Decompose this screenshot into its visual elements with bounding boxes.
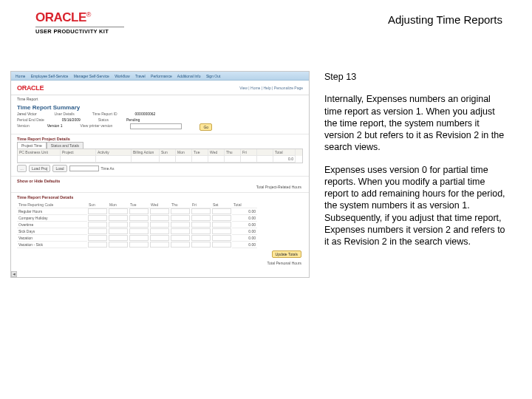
col: Sat xyxy=(211,202,232,208)
doc-title: Adjusting Time Reports xyxy=(388,13,502,26)
tabs: Project Time Status and Totals xyxy=(11,142,309,149)
cell[interactable] xyxy=(171,215,190,221)
cell[interactable] xyxy=(191,228,211,234)
cell[interactable] xyxy=(18,156,61,163)
time-as-select[interactable] xyxy=(69,166,99,171)
cell[interactable] xyxy=(150,242,169,248)
cell[interactable] xyxy=(191,215,211,221)
date-value: 05/16/2009 xyxy=(62,117,81,122)
col: Tue xyxy=(129,202,149,208)
go-button[interactable]: Go xyxy=(200,123,212,131)
trc: Company Holiday xyxy=(17,215,87,222)
body-p1: Internally, Expenses numbers an original… xyxy=(324,93,510,153)
logo-subtext: USER PRODUCTIVITY KIT xyxy=(35,28,124,35)
cell[interactable] xyxy=(191,235,211,241)
summary-title: Time Report Summary xyxy=(11,103,309,111)
cell[interactable] xyxy=(150,228,169,234)
view-select[interactable] xyxy=(130,123,182,129)
cell[interactable] xyxy=(150,215,169,221)
cell[interactable] xyxy=(129,222,149,228)
cell[interactable] xyxy=(176,156,192,163)
logo-rule xyxy=(35,27,124,27)
cell[interactable] xyxy=(109,215,128,221)
btn-ellipsis[interactable]: … xyxy=(17,165,27,172)
cell[interactable] xyxy=(129,235,149,241)
col: Sun xyxy=(160,149,176,156)
cell[interactable] xyxy=(191,242,211,248)
cell[interactable] xyxy=(88,215,107,221)
tab-project-time[interactable]: Project Time xyxy=(17,142,47,149)
cell[interactable] xyxy=(129,228,149,234)
btn-loadproj[interactable]: Load Proj xyxy=(29,165,50,172)
trc: Vacation - Sick xyxy=(17,242,87,248)
col: Mon xyxy=(108,202,129,208)
cell[interactable] xyxy=(150,235,169,241)
version-row: Version Version 1 View printer version G… xyxy=(11,123,309,132)
cell[interactable] xyxy=(171,222,190,228)
cell[interactable] xyxy=(191,208,211,214)
content-row: Home Employee Self-Service Manager Self-… xyxy=(10,71,510,278)
cell[interactable] xyxy=(88,208,107,214)
tab-status-totals[interactable]: Status and Totals xyxy=(47,142,83,149)
cell[interactable] xyxy=(171,235,190,241)
update-totals-button[interactable]: Update Totals xyxy=(272,250,301,258)
col: Project xyxy=(61,149,96,156)
cell[interactable] xyxy=(96,156,132,163)
cell[interactable] xyxy=(160,156,176,163)
project-toolbar: … Load Proj Load Time As xyxy=(11,163,309,174)
cell[interactable] xyxy=(171,228,190,234)
cell[interactable] xyxy=(88,235,107,241)
col: Fri xyxy=(191,202,211,208)
col: Time Reporting Code xyxy=(17,202,87,208)
btn-load[interactable]: Load xyxy=(52,165,66,172)
cell[interactable] xyxy=(212,222,231,228)
cell[interactable] xyxy=(129,208,149,214)
cell[interactable] xyxy=(208,156,225,163)
cell[interactable] xyxy=(88,228,107,234)
cell[interactable] xyxy=(61,156,96,163)
cell[interactable] xyxy=(109,242,128,248)
cell[interactable] xyxy=(192,156,208,163)
user-row: Jared Victor User Details Time Report ID… xyxy=(11,111,309,117)
trc: Sick Days xyxy=(17,228,87,235)
date-label: Period End Date xyxy=(17,117,44,122)
cell[interactable] xyxy=(129,242,149,248)
cell[interactable] xyxy=(109,235,128,241)
cell[interactable] xyxy=(150,208,169,214)
cell[interactable] xyxy=(212,235,231,241)
cell[interactable] xyxy=(109,208,128,214)
defaults-header[interactable]: Show or Hide Defaults xyxy=(11,176,309,184)
doc-header: ORACLE® USER PRODUCTIVITY KIT Adjusting … xyxy=(0,10,502,40)
personal-grid-head: Time Reporting Code Sun Mon Tue Wed Thu … xyxy=(17,202,303,208)
personal-grid-row: Overtime 0.00 xyxy=(17,222,303,228)
cell[interactable] xyxy=(88,242,107,248)
cell[interactable] xyxy=(129,215,149,221)
cell[interactable] xyxy=(191,222,211,228)
cell[interactable] xyxy=(109,228,128,234)
cell[interactable] xyxy=(225,156,241,163)
id-value: 0000000062 xyxy=(135,112,156,116)
scroll-left-icon[interactable]: ◄ xyxy=(11,271,17,277)
cell[interactable] xyxy=(109,222,128,228)
cell[interactable] xyxy=(171,242,190,248)
nav-item: Manager Self-Service xyxy=(74,74,109,78)
cell[interactable] xyxy=(212,215,231,221)
nav-item: Performance xyxy=(151,74,172,78)
app-oracle-logo: ORACLE xyxy=(17,84,44,92)
cell[interactable] xyxy=(88,222,107,228)
cell[interactable] xyxy=(212,242,231,248)
cell[interactable] xyxy=(150,222,169,228)
time-as-label: Time As xyxy=(101,166,115,171)
cell[interactable] xyxy=(212,228,231,234)
cell[interactable] xyxy=(257,156,273,163)
cell[interactable] xyxy=(171,208,190,214)
cell[interactable] xyxy=(241,156,257,163)
cell[interactable] xyxy=(132,156,160,163)
version-value: Version 1 xyxy=(47,123,63,131)
personal-grid-row: Regular Hours 0.00 xyxy=(17,208,303,215)
col: Total xyxy=(232,202,257,208)
cell[interactable] xyxy=(212,208,231,214)
trc: Vacation xyxy=(17,235,87,242)
screenshot-col: Home Employee Self-Service Manager Self-… xyxy=(10,71,310,278)
personal-grid-row: Vacation 0.00 xyxy=(17,235,303,242)
